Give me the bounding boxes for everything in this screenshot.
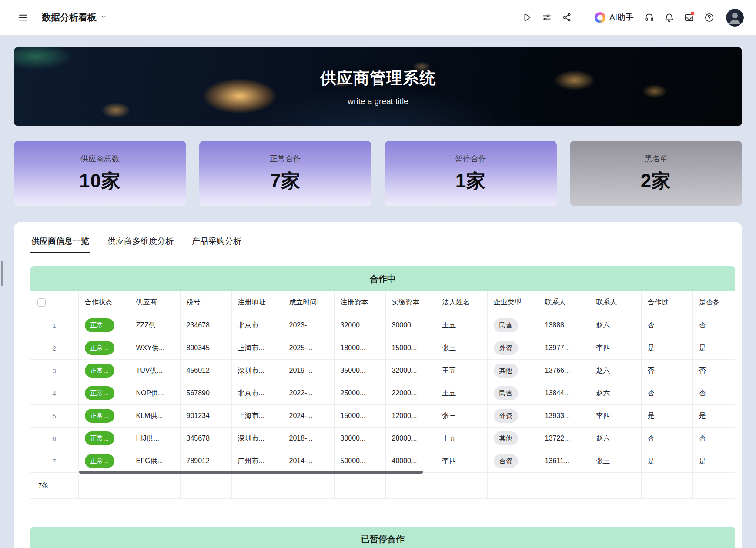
share-icon[interactable] xyxy=(559,9,575,26)
legal-name-cell: 王五 xyxy=(436,314,487,337)
column-header[interactable]: 供应商... xyxy=(130,291,180,314)
table-row[interactable]: 5 正常... KLM供... 901234 上海市... 2024-... 1… xyxy=(30,404,735,427)
contact-name-cell: 李四 xyxy=(590,404,641,427)
tax-no-cell: 345678 xyxy=(180,427,231,450)
status-cell: 正常... xyxy=(78,359,130,382)
dashboard-title-dropdown[interactable]: 数据分析看板 xyxy=(42,11,107,23)
contact-name-cell: 赵六 xyxy=(590,427,641,450)
menu-icon[interactable] xyxy=(15,9,31,26)
tab[interactable]: 产品采购分析 xyxy=(191,235,242,253)
column-header[interactable]: 实缴资本 xyxy=(385,291,436,314)
notification-dot xyxy=(690,11,695,16)
tab-label: 产品采购分析 xyxy=(192,237,241,246)
stat-card-value: 1家 xyxy=(455,168,486,194)
main-panel: 供应商信息一览 供应商多维度分析 产品采购分析 合作中 xyxy=(14,222,742,548)
legal-name-cell: 王五 xyxy=(436,359,487,382)
address-cell: 北京市... xyxy=(231,382,283,404)
column-header[interactable]: 税号 xyxy=(180,291,231,314)
inbox-icon[interactable] xyxy=(681,9,697,26)
column-header[interactable]: 注册资本 xyxy=(334,291,385,314)
chevron-down-icon xyxy=(100,13,107,22)
play-icon[interactable] xyxy=(518,9,535,26)
company-type-cell: 民营 xyxy=(487,314,539,337)
table-row[interactable]: 2 正常... WXY供... 890345 上海市... 2025-... 1… xyxy=(30,337,735,359)
company-type-badge: 民营 xyxy=(494,386,518,400)
vertical-scrollbar[interactable] xyxy=(1,261,3,286)
status-cell: 正常... xyxy=(78,314,130,337)
headset-icon[interactable] xyxy=(641,9,657,26)
join-flag-cell: 否 xyxy=(692,427,735,450)
column-header[interactable]: 成立时间 xyxy=(283,291,334,314)
avatar[interactable] xyxy=(726,9,744,27)
settings-sliders-icon[interactable] xyxy=(539,9,555,26)
table-row[interactable]: 3 正常... TUV供... 456012 深圳市... 2019-... 3… xyxy=(30,359,735,382)
select-all-cell xyxy=(30,291,78,314)
contact-phone-cell: 13611... xyxy=(539,450,590,472)
tax-no-cell: 234678 xyxy=(180,314,231,337)
stat-card[interactable]: 黑名单 2家 xyxy=(570,141,742,206)
coop-flag-cell: 否 xyxy=(641,314,692,337)
column-header[interactable]: 是否参 xyxy=(692,291,735,314)
row-index-cell: 5 xyxy=(30,404,78,427)
select-all-checkbox[interactable] xyxy=(37,298,46,307)
topbar-divider xyxy=(583,12,583,23)
legal-name-cell: 王五 xyxy=(436,382,487,404)
contact-phone-cell: 13722... xyxy=(539,427,590,450)
coop-flag-cell: 否 xyxy=(641,359,692,382)
legal-name-cell: 王五 xyxy=(436,427,487,450)
contact-name-cell: 张三 xyxy=(590,450,641,472)
row-index-cell: 1 xyxy=(30,314,78,337)
stat-card[interactable]: 暂停合作 1家 xyxy=(385,141,557,206)
status-badge: 正常... xyxy=(85,386,115,400)
status-cell: 正常... xyxy=(78,337,130,359)
table-row[interactable]: 7 正常... EFG供... 789012 广州市... 2014-... 5… xyxy=(30,450,735,472)
company-type-cell: 合资 xyxy=(487,450,539,472)
reg-capital-cell: 15000... xyxy=(334,404,385,427)
column-header[interactable]: 联系人... xyxy=(590,291,641,314)
contact-name-cell: 赵六 xyxy=(590,382,641,404)
paid-capital-cell: 28000... xyxy=(385,427,436,450)
column-header[interactable]: 法人姓名 xyxy=(436,291,487,314)
table-row[interactable]: 4 正常... NOP供... 567890 北京市... 2022-... 2… xyxy=(30,382,735,404)
status-badge: 正常... xyxy=(85,431,115,445)
founded-cell: 2025-... xyxy=(283,337,334,359)
contact-name-cell: 赵六 xyxy=(590,359,641,382)
tax-no-cell: 901234 xyxy=(180,404,231,427)
tab[interactable]: 供应商多维度分析 xyxy=(107,235,174,253)
horizontal-scrollbar[interactable] xyxy=(79,471,423,474)
stat-card[interactable]: 正常合作 7家 xyxy=(199,141,371,206)
column-header[interactable]: 合作过... xyxy=(641,291,692,314)
help-icon[interactable] xyxy=(701,9,717,26)
paid-capital-cell: 40000... xyxy=(385,450,436,472)
tax-no-cell: 456012 xyxy=(180,359,231,382)
tab-label: 供应商信息一览 xyxy=(31,237,89,246)
row-index-cell: 7 xyxy=(30,450,78,472)
topbar: 数据分析看板 AI助手 xyxy=(0,0,756,35)
legal-name-cell: 张三 xyxy=(436,337,487,359)
company-type-cell: 外资 xyxy=(487,404,539,427)
stat-card[interactable]: 供应商总数 10家 xyxy=(14,141,186,206)
hero-subtitle[interactable]: write a great title xyxy=(348,97,408,106)
founded-cell: 2022-... xyxy=(283,382,334,404)
ai-assistant-label: AI助手 xyxy=(609,12,634,23)
company-type-cell: 外资 xyxy=(487,337,539,359)
table-row[interactable]: 1 正常... ZZZ供... 234678 北京市... 2023-... 3… xyxy=(30,314,735,337)
contact-phone-cell: 13888... xyxy=(539,314,590,337)
paused-group-header: 已暂停合作 xyxy=(30,527,735,548)
coop-flag-cell: 是 xyxy=(641,337,692,359)
column-header[interactable]: 联系人... xyxy=(539,291,590,314)
status-cell: 正常... xyxy=(78,404,130,427)
company-type-cell: 其他 xyxy=(487,359,539,382)
founded-cell: 2024-... xyxy=(283,404,334,427)
ai-assistant-button[interactable]: AI助手 xyxy=(591,12,637,23)
column-header[interactable]: 企业类型 xyxy=(487,291,539,314)
legal-name-cell: 李四 xyxy=(436,450,487,472)
ai-logo-icon xyxy=(595,12,605,23)
column-header[interactable]: 合作状态 xyxy=(78,291,130,314)
column-header[interactable]: 注册地址 xyxy=(231,291,283,314)
table-row[interactable]: 6 正常... HIJ供... 345678 深圳市... 2018-... 3… xyxy=(30,427,735,450)
join-flag-cell: 否 xyxy=(692,314,735,337)
coop-flag-cell: 否 xyxy=(641,427,692,450)
tab[interactable]: 供应商信息一览 xyxy=(30,235,90,253)
bell-icon[interactable] xyxy=(661,9,677,26)
